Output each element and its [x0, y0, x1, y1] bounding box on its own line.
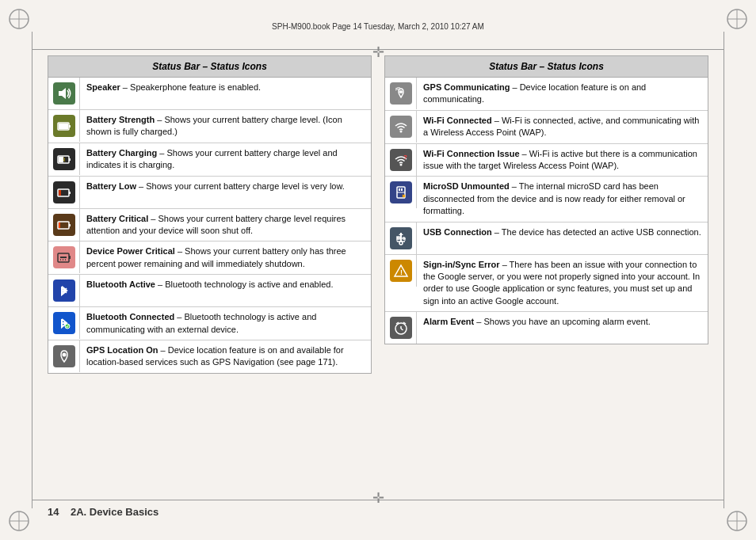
svg-rect-44	[401, 188, 403, 191]
svg-rect-15	[59, 124, 68, 129]
left-table-header: Status Bar – Status Icons	[48, 56, 372, 78]
table-row: Battery Strength – Shows your current ba…	[48, 110, 371, 143]
table-row: Battery Charging – Shows your current ba…	[48, 143, 371, 177]
svg-rect-21	[69, 192, 71, 194]
bluetooth-connected-icon	[53, 312, 75, 334]
wifi-issue-text: Wi-Fi Connection Issue – Wi-Fi is active…	[417, 144, 708, 177]
right-rule	[724, 32, 724, 508]
battery-strength-icon	[53, 115, 75, 137]
svg-rect-43	[399, 188, 400, 191]
speaker-icon-cell	[48, 78, 80, 109]
gps-location-icon-cell	[48, 340, 80, 372]
right-status-table: Status Bar – Status Icons GPS Communicat…	[384, 55, 708, 344]
gps-communicating-icon	[390, 82, 412, 105]
speaker-icon	[53, 82, 75, 105]
table-row: ? Wi-Fi Connection Issue – Wi-Fi is acti…	[385, 144, 708, 177]
battery-critical-text: Battery Critical – Shows your current ba…	[80, 209, 371, 241]
table-row: MicroSD Unmounted – The internal microSD…	[385, 177, 708, 222]
gps-location-icon	[53, 345, 75, 367]
left-status-table: Status Bar – Status Icons Speaker – Spea…	[48, 55, 372, 374]
battery-critical-icon	[53, 214, 75, 236]
corner-mark-bl	[6, 508, 32, 534]
table-row: Device Power Critical – Shows your curre…	[48, 241, 371, 275]
right-table-header: Status Bar – Status Icons	[385, 56, 708, 78]
wifi-issue-icon: ?	[390, 149, 412, 171]
microsd-text: MicroSD Unmounted – The internal microSD…	[417, 177, 708, 221]
device-power-critical-text: Device Power Critical – Shows your curre…	[80, 241, 371, 274]
svg-point-37	[62, 352, 66, 356]
table-row: Bluetooth Active – Bluetooth technology …	[48, 275, 371, 307]
svg-marker-47	[399, 233, 403, 235]
svg-rect-25	[59, 222, 60, 228]
battery-low-icon	[53, 181, 75, 203]
gps-location-text: GPS Location On – Device location featur…	[80, 340, 371, 373]
alarm-icon-cell	[385, 312, 417, 344]
table-row: Battery Low – Shows your current battery…	[48, 177, 371, 209]
table-row: Battery Critical – Shows your current ba…	[48, 209, 371, 242]
table-row: GPS Location On – Device location featur…	[48, 340, 371, 373]
alarm-icon	[390, 317, 412, 339]
device-power-critical-icon-cell	[48, 241, 80, 273]
battery-critical-icon-cell	[48, 209, 80, 241]
svg-rect-22	[59, 190, 61, 196]
table-row: GPS Communicating – Device location feat…	[385, 78, 708, 111]
battery-charging-icon	[53, 148, 75, 170]
footer-section-name: 2A. Device Basics	[71, 506, 158, 518]
device-power-critical-icon	[53, 246, 75, 268]
usb-icon	[390, 227, 412, 249]
svg-marker-19	[63, 157, 66, 162]
bluetooth-connected-icon-cell	[48, 307, 80, 339]
battery-strength-icon-cell	[48, 110, 80, 142]
svg-rect-27	[69, 256, 71, 259]
table-row: Bluetooth Connected – Bluetooth technolo…	[48, 307, 371, 340]
main-content: Status Bar – Status Icons Speaker – Spea…	[48, 55, 708, 492]
speaker-text: Speaker – Speakerphone feature is enable…	[80, 78, 267, 97]
usb-text: USB Connection – The device has detected…	[417, 222, 708, 242]
wifi-connected-icon-cell	[385, 111, 417, 143]
svg-line-60	[401, 329, 403, 330]
usb-icon-cell	[385, 222, 417, 254]
page-footer: 14 2A. Device Basics	[48, 506, 158, 518]
battery-charging-text: Battery Charging – Shows your current ba…	[80, 143, 371, 176]
corner-mark-br	[724, 508, 750, 534]
table-row: ! Sign-in/Sync Error – There has been an…	[385, 255, 708, 313]
alarm-text: Alarm Event – Shows you have an upcoming…	[417, 312, 657, 332]
battery-low-icon-cell	[48, 177, 80, 208]
battery-low-text: Battery Low – Shows your current battery…	[80, 177, 351, 196]
microsd-icon-cell	[385, 177, 417, 208]
bluetooth-active-text: Bluetooth Active – Bluetooth technology …	[80, 275, 339, 295]
microsd-icon	[390, 181, 412, 203]
table-row: Alarm Event – Shows you have an upcoming…	[385, 312, 708, 344]
wifi-issue-icon-cell: ?	[385, 144, 417, 176]
battery-strength-text: Battery Strength – Shows your current ba…	[80, 110, 371, 143]
sync-error-text: Sign-in/Sync Error – There has been an i…	[417, 255, 708, 312]
bluetooth-active-icon	[53, 280, 75, 302]
gps-communicating-text: GPS Communicating – Device location feat…	[417, 78, 708, 110]
left-rule	[32, 32, 32, 508]
footer-page-number: 14	[48, 506, 59, 518]
svg-rect-17	[69, 158, 71, 161]
bluetooth-connected-text: Bluetooth Connected – Bluetooth technolo…	[80, 307, 371, 340]
sync-error-icon: !	[390, 260, 412, 282]
svg-rect-18	[59, 157, 63, 162]
svg-text:?: ?	[403, 154, 407, 161]
table-row: USB Connection – The device has detected…	[385, 222, 708, 255]
bluetooth-active-icon-cell	[48, 275, 80, 306]
svg-text:!: !	[400, 268, 403, 276]
svg-point-38	[399, 90, 403, 93]
gps-communicating-icon-cell	[385, 78, 417, 109]
battery-charging-icon-cell	[48, 143, 80, 175]
svg-rect-24	[69, 224, 71, 226]
sync-error-icon-cell: !	[385, 255, 417, 287]
wifi-connected-icon	[390, 116, 412, 138]
svg-point-55	[399, 241, 403, 245]
table-row: Wi-Fi Connected – Wi-Fi is connected, ac…	[385, 111, 708, 144]
svg-point-40	[399, 163, 402, 165]
svg-rect-14	[69, 125, 71, 127]
page-header: SPH-M900.book Page 14 Tuesday, March 2, …	[0, 22, 756, 31]
svg-point-39	[399, 130, 402, 132]
table-row: Speaker – Speakerphone feature is enable…	[48, 78, 371, 110]
svg-marker-12	[59, 88, 66, 99]
wifi-connected-text: Wi-Fi Connected – Wi-Fi is connected, ac…	[417, 111, 708, 143]
page-background: ✛ ✛ SPH-M900.book Page 14 Tuesday, March…	[0, 0, 756, 540]
